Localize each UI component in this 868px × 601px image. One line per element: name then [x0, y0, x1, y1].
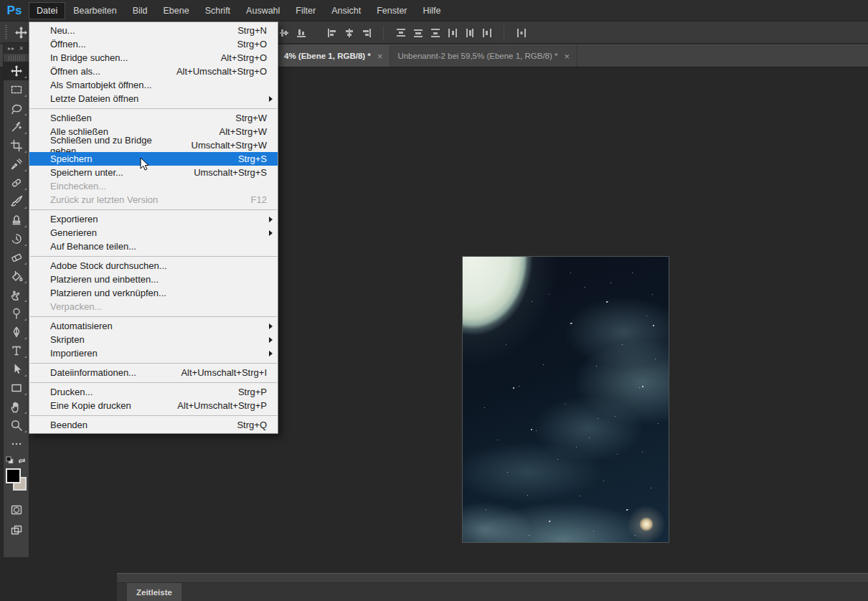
eyedropper-tool[interactable]: [4, 155, 29, 174]
menu-item[interactable]: Schließen Strg+W: [29, 111, 278, 125]
submenu-arrow-icon: [269, 351, 273, 356]
clone-stamp-tool[interactable]: [4, 211, 29, 229]
swap-colors-icon[interactable]: [17, 455, 27, 465]
rectangle-shape-tool[interactable]: [4, 379, 29, 397]
eraser-tool[interactable]: [4, 248, 29, 267]
menubar-item[interactable]: Auswahl: [238, 2, 288, 19]
collapse-panel-icon[interactable]: ▸▸: [8, 45, 15, 52]
menubar-item[interactable]: Bearbeiten: [65, 2, 124, 19]
dodge-tool[interactable]: [4, 304, 29, 323]
distribute-horizontal-centers-icon[interactable]: [463, 27, 476, 40]
tab-close-icon[interactable]: ×: [377, 51, 383, 62]
options-separator: [383, 26, 384, 40]
menu-item[interactable]: Dateiinformationen... Alt+Umschalt+Strg+…: [29, 366, 278, 379]
timeline-tab-row: Zeitleiste: [117, 583, 868, 601]
submenu-arrow-icon: [269, 230, 273, 236]
paint-bucket-tool[interactable]: [4, 267, 29, 285]
menu-item: [29, 412, 278, 418]
pen-tool[interactable]: [4, 323, 29, 341]
distribute-right-edges-icon[interactable]: [480, 27, 494, 40]
tab-close-icon[interactable]: ×: [565, 51, 570, 62]
tools-panel-gripper[interactable]: [9, 55, 24, 61]
menu-item[interactable]: Drucken... Strg+P: [29, 385, 278, 399]
menu-item[interactable]: Schließen und zu Bridge gehen... Umschal…: [29, 138, 278, 152]
move-tool[interactable]: [4, 62, 29, 80]
distribute-bottom-edges-icon[interactable]: [428, 27, 442, 40]
distribute-spacing-icon[interactable]: [514, 27, 528, 40]
file-menu-dropdown: Neu... Strg+N Öffnen... Strg+O In Bridge…: [29, 22, 278, 434]
zoom-tool[interactable]: [4, 416, 29, 435]
align-vertical-centers-icon[interactable]: [277, 27, 291, 40]
distribute-left-edges-icon[interactable]: [445, 27, 459, 40]
menu-item[interactable]: Speichern unter... Umschalt+Strg+S: [29, 166, 278, 179]
submenu-arrow-icon: [269, 323, 273, 329]
menu-item[interactable]: In Bridge suchen... Alt+Strg+O: [29, 51, 278, 65]
align-bottom-edges-icon[interactable]: [294, 27, 308, 40]
menubar-item[interactable]: Bild: [125, 2, 156, 19]
menu-item[interactable]: Neu... Strg+N: [29, 24, 278, 37]
menu-item[interactable]: Exportieren: [29, 212, 278, 226]
menu-item: [29, 207, 278, 212]
brush-tool[interactable]: [4, 192, 29, 211]
menu-item[interactable]: Speichern Strg+S: [29, 152, 278, 166]
menu-item[interactable]: Zurück zur letzten Version F12: [29, 193, 278, 207]
menu-item[interactable]: Adobe Stock durchsuchen...: [29, 259, 278, 273]
menu-item[interactable]: Platzieren und verknüpfen...: [29, 286, 278, 300]
menu-item[interactable]: Als Smartobjekt öffnen...: [29, 78, 278, 92]
quick-mask-mode-button[interactable]: [4, 501, 29, 519]
align-horizontal-centers-icon[interactable]: [342, 27, 356, 40]
menubar-item[interactable]: Schrift: [197, 2, 238, 19]
distribute-top-edges-icon[interactable]: [394, 27, 407, 40]
timeline-panel-gripper[interactable]: [117, 574, 868, 583]
foreground-color-swatch[interactable]: [6, 468, 21, 483]
menu-item[interactable]: Einchecken...: [29, 179, 278, 193]
menu-item[interactable]: Verpacken...: [29, 300, 278, 313]
path-selection-tool[interactable]: [4, 360, 29, 379]
move-icon: [11, 65, 22, 77]
options-bar-gripper[interactable]: [5, 25, 7, 40]
screen-mode-button[interactable]: [4, 521, 29, 539]
menu-item[interactable]: Generieren: [29, 226, 278, 240]
distribute-vertical-centers-icon[interactable]: [411, 27, 425, 40]
align-right-edges-icon[interactable]: [359, 27, 373, 40]
menu-item[interactable]: Importieren: [29, 346, 278, 360]
menu-item: [29, 105, 278, 111]
menu-item[interactable]: Eine Kopie drucken Alt+Umschalt+Strg+P: [29, 399, 278, 412]
menu-item[interactable]: Beenden Strg+Q: [29, 418, 278, 432]
options-separator: [504, 26, 504, 40]
menu-item: [29, 313, 278, 319]
menu-item[interactable]: Öffnen als... Alt+Umschalt+Strg+O: [29, 65, 278, 78]
hand-tool[interactable]: [4, 397, 29, 416]
menubar-item[interactable]: Datei: [29, 2, 65, 19]
document-tab[interactable]: Unbenannt-2 bei 59,5% (Ebene 1, RGB/8) *…: [390, 45, 577, 67]
menu-item[interactable]: Platzieren und einbetten...: [29, 273, 278, 286]
menubar-item[interactable]: Fenster: [369, 2, 415, 19]
timeline-panel: Zeitleiste: [117, 573, 868, 601]
rectangular-marquee-tool[interactable]: [4, 80, 29, 99]
document-canvas-image[interactable]: [463, 257, 669, 542]
tools-panel: ▸▸ ✕: [3, 42, 29, 558]
menu-item[interactable]: Öffnen... Strg+O: [29, 37, 278, 51]
smudge-tool[interactable]: [4, 285, 29, 304]
lasso-tool[interactable]: [4, 99, 29, 118]
default-colors-icon[interactable]: [6, 456, 14, 464]
menu-item[interactable]: Automatisieren: [29, 319, 278, 333]
menu-item[interactable]: Letzte Dateien öffnen: [29, 92, 278, 105]
menu-item[interactable]: Auf Behance teilen...: [29, 240, 278, 253]
type-tool[interactable]: [4, 341, 29, 360]
align-left-edges-icon[interactable]: [325, 27, 339, 40]
document-tab[interactable]: 4% (Ebene 1, RGB/8) * ×: [277, 45, 390, 67]
tab-zeitleiste[interactable]: Zeitleiste: [127, 583, 181, 601]
menu-item: [29, 253, 278, 259]
menubar-item[interactable]: Hilfe: [415, 2, 449, 19]
spot-healing-brush-tool[interactable]: [4, 174, 29, 192]
menu-item[interactable]: Skripten: [29, 333, 278, 346]
quick-selection-tool[interactable]: [4, 118, 29, 136]
menubar-item[interactable]: Filter: [288, 2, 324, 19]
crop-tool[interactable]: [4, 136, 29, 155]
edit-toolbar-button[interactable]: [4, 435, 29, 453]
history-brush-tool[interactable]: [4, 229, 29, 248]
menubar-item[interactable]: Ansicht: [324, 2, 369, 19]
menubar-item[interactable]: Ebene: [156, 2, 197, 19]
close-panel-icon[interactable]: ✕: [19, 45, 24, 52]
